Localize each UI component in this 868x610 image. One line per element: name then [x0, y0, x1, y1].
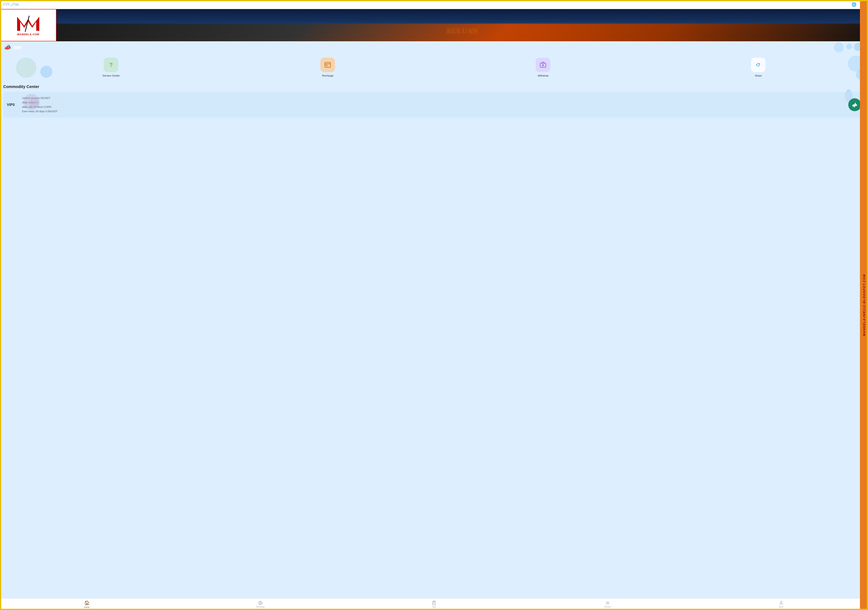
- mine-nav-label: Mine: [779, 606, 783, 608]
- banner: КULUAN: [56, 9, 868, 41]
- vip-label: VIP0: [7, 103, 19, 107]
- withdraw-icon-box: [536, 57, 550, 72]
- service-center-label: Service Center: [102, 74, 120, 77]
- qa-deco-1: [16, 57, 36, 78]
- vip-card[interactable]: VIP0 Unlock amount 30USDT daily orders 0…: [3, 92, 865, 118]
- vip-line1: Unlock amount 30USDT: [22, 96, 845, 100]
- vip-deco-circle2: [29, 98, 39, 108]
- vip-info: Unlock amount 30USDT daily orders 0 dail…: [19, 96, 848, 113]
- mine-nav-icon: [779, 601, 783, 605]
- nav-mine[interactable]: Mine: [694, 601, 868, 608]
- task-nav-icon: [432, 601, 436, 605]
- share-label: Share: [755, 74, 762, 77]
- logo-svg: [15, 15, 41, 33]
- bird-button[interactable]: [848, 98, 861, 111]
- recharge-nav-icon: [258, 601, 263, 605]
- action-withdraw[interactable]: Withdraw: [536, 57, 550, 77]
- vip-line2: daily orders 0: [22, 100, 845, 105]
- megaphone-icon: 📣: [4, 44, 11, 51]
- recharge-label: Recharge: [322, 74, 333, 77]
- quick-actions: ? Service Center Recharge: [0, 54, 868, 81]
- main-content: MANDELA.COM КULUAN 📣: [0, 9, 868, 599]
- side-watermark: MANDELAJNR112.BLOGSPOT.COM: [860, 0, 868, 610]
- banner-buildings: [56, 23, 868, 41]
- nav-task[interactable]: Task: [347, 601, 521, 608]
- logo-box: MANDELA.COM: [0, 9, 56, 41]
- action-recharge[interactable]: Recharge: [321, 57, 335, 77]
- service-center-icon-box: ?: [104, 57, 118, 72]
- commodity-title: Commodity Center: [3, 84, 865, 89]
- globe-icon: 🌐: [851, 2, 857, 7]
- action-service-center[interactable]: ? Service Center: [102, 57, 120, 77]
- bird-icon: [851, 101, 858, 109]
- vip-line3: daily rate of return 0.00%: [22, 105, 845, 109]
- share-icon-box: [751, 57, 766, 72]
- commodity-section: Commodity Center VIP0 Unlock amount 30US…: [0, 81, 868, 120]
- deco-circle-3: [834, 42, 844, 53]
- record-nav-icon: [605, 601, 610, 605]
- svg-rect-4: [326, 65, 327, 65]
- nav-record[interactable]: Record: [521, 601, 694, 608]
- logo-graphic: [15, 15, 41, 33]
- top-bar: CVY_z7aa 🌐 🔔: [0, 0, 868, 9]
- withdraw-label: Withdraw: [538, 74, 549, 77]
- deco-circle-2: [846, 44, 852, 50]
- service-center-icon: ?: [109, 62, 113, 68]
- announcement-bar: 📣: [0, 41, 868, 54]
- logo-text: MANDELA.COM: [17, 33, 39, 36]
- task-nav-label: Task: [432, 606, 436, 608]
- nav-home[interactable]: 🏠 Home: [0, 600, 174, 608]
- watermark-text: MANDELAJNR112.BLOGSPOT.COM: [862, 274, 866, 336]
- svg-point-28: [780, 601, 782, 603]
- svg-point-8: [543, 65, 543, 66]
- record-nav-label: Record: [604, 606, 611, 608]
- vip-line4: Earn every 30 days 0.00USDT: [22, 109, 845, 113]
- svg-point-9: [856, 103, 856, 104]
- nav-recharge[interactable]: Recharge: [174, 601, 347, 608]
- home-label: Home: [84, 606, 90, 608]
- app-title: CVY_z7aa: [3, 3, 19, 6]
- header-section: MANDELA.COM КULUAN: [0, 9, 868, 41]
- svg-point-15: [260, 602, 261, 604]
- recharge-icon-box: [321, 57, 335, 72]
- recharge-icon: [324, 61, 331, 68]
- banner-sky: [56, 9, 868, 25]
- action-share[interactable]: Share: [751, 57, 766, 77]
- announcement-bubble: [14, 46, 22, 49]
- bottom-nav: 🏠 Home Recharge Task Record: [0, 598, 868, 610]
- svg-rect-5: [326, 65, 328, 66]
- withdraw-icon: [539, 61, 547, 68]
- recharge-nav-label: Recharge: [256, 606, 265, 608]
- home-icon: 🏠: [84, 600, 90, 605]
- qa-deco-2: [40, 66, 53, 78]
- share-icon: [755, 61, 762, 68]
- globe-button[interactable]: 🌐: [851, 2, 857, 7]
